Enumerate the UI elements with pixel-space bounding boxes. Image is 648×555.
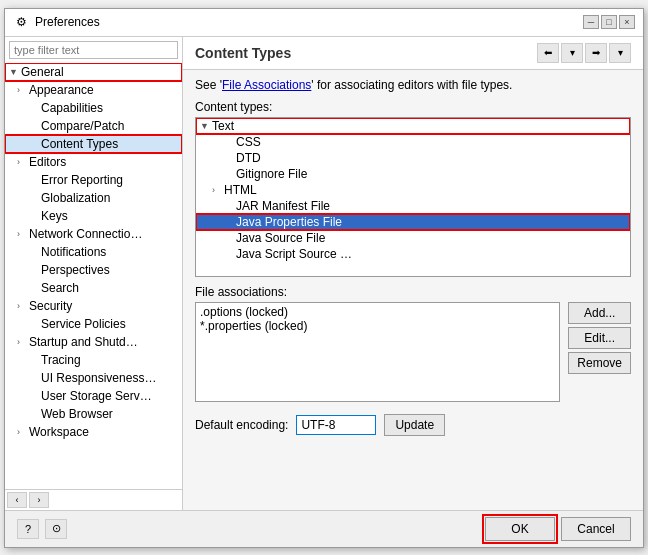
file-associations-label: File associations:	[195, 285, 631, 299]
sidebar-item-user-storage[interactable]: User Storage Serv…	[5, 387, 182, 405]
sidebar-item-globalization[interactable]: Globalization	[5, 189, 182, 207]
main-content: ▼ General › Appearance	[5, 37, 643, 510]
footer-right: OK Cancel	[485, 517, 631, 541]
ct-item-text[interactable]: ▼ Text	[196, 118, 630, 134]
panel-toolbar: ⬅ ▾ ➡ ▾	[537, 43, 631, 63]
titlebar-left: ⚙ Preferences	[13, 14, 100, 30]
sidebar-item-service-policies[interactable]: Service Policies	[5, 315, 182, 333]
toolbar-dropdown2[interactable]: ▾	[609, 43, 631, 63]
footer: ? ⊙ OK Cancel	[5, 510, 643, 547]
description-text: See 'File Associations' for associating …	[195, 78, 631, 92]
ct-item-javascript-source[interactable]: Java Script Source …	[196, 246, 630, 262]
sidebar-item-ui-responsiveness[interactable]: UI Responsiveness…	[5, 369, 182, 387]
file-assoc-row: .options (locked) *.properties (locked) …	[195, 302, 631, 402]
sidebar-item-network-connections[interactable]: › Network Connectio…	[5, 225, 182, 243]
sidebar-item-compare-patch[interactable]: Compare/Patch	[5, 117, 182, 135]
panel-header: Content Types ⬅ ▾ ➡ ▾	[183, 37, 643, 70]
file-assoc-item-options: .options (locked)	[200, 305, 555, 319]
update-button[interactable]: Update	[384, 414, 445, 436]
ct-item-gitignore[interactable]: Gitignore File	[196, 166, 630, 182]
content-types-box[interactable]: ▼ Text CSS DTD	[195, 117, 631, 277]
file-assoc-box[interactable]: .options (locked) *.properties (locked)	[195, 302, 560, 402]
sidebar: ▼ General › Appearance	[5, 37, 183, 510]
content-types-label: Content types:	[195, 100, 631, 114]
description-prefix: See '	[195, 78, 222, 92]
sidebar-item-web-browser[interactable]: Web Browser	[5, 405, 182, 423]
sidebar-item-general[interactable]: ▼ General	[5, 63, 182, 81]
encoding-input[interactable]	[296, 415, 376, 435]
ct-item-dtd[interactable]: DTD	[196, 150, 630, 166]
preferences-icon: ⚙	[13, 14, 29, 30]
tree-container: ▼ General › Appearance	[5, 63, 182, 489]
sidebar-item-workspace[interactable]: › Workspace	[5, 423, 182, 441]
footer-left: ? ⊙	[17, 519, 67, 539]
sidebar-forward-button[interactable]: ›	[29, 492, 49, 508]
sidebar-item-error-reporting[interactable]: Error Reporting	[5, 171, 182, 189]
close-button[interactable]: ×	[619, 15, 635, 29]
window-controls: ─ □ ×	[583, 15, 635, 29]
encoding-row: Default encoding: Update	[195, 414, 631, 436]
settings-button[interactable]: ⊙	[45, 519, 67, 539]
filter-input[interactable]	[9, 41, 178, 59]
ok-button[interactable]: OK	[485, 517, 555, 541]
minimize-button[interactable]: ─	[583, 15, 599, 29]
file-associations-link[interactable]: File Associations	[222, 78, 311, 92]
titlebar: ⚙ Preferences ─ □ ×	[5, 9, 643, 37]
toolbar-dropdown[interactable]: ▾	[561, 43, 583, 63]
sidebar-item-editors[interactable]: › Editors	[5, 153, 182, 171]
sidebar-item-keys[interactable]: Keys	[5, 207, 182, 225]
sidebar-item-tracing[interactable]: Tracing	[5, 351, 182, 369]
help-button[interactable]: ?	[17, 519, 39, 539]
edit-button[interactable]: Edit...	[568, 327, 631, 349]
ct-item-jar-manifest[interactable]: JAR Manifest File	[196, 198, 630, 214]
sidebar-item-capabilities[interactable]: Capabilities	[5, 99, 182, 117]
remove-button[interactable]: Remove	[568, 352, 631, 374]
right-panel: Content Types ⬅ ▾ ➡ ▾ See 'File Associat…	[183, 37, 643, 510]
sidebar-item-startup-shutdown[interactable]: › Startup and Shutd…	[5, 333, 182, 351]
description-suffix: ' for associating editors with file type…	[311, 78, 512, 92]
sidebar-item-perspectives[interactable]: Perspectives	[5, 261, 182, 279]
window-title: Preferences	[35, 15, 100, 29]
sidebar-item-search[interactable]: Search	[5, 279, 182, 297]
forward-button[interactable]: ➡	[585, 43, 607, 63]
preferences-window: ⚙ Preferences ─ □ × ▼ General	[4, 8, 644, 548]
file-assoc-buttons: Add... Edit... Remove	[568, 302, 631, 402]
panel-body: See 'File Associations' for associating …	[183, 70, 643, 510]
sidebar-item-content-types[interactable]: Content Types	[5, 135, 182, 153]
add-button[interactable]: Add...	[568, 302, 631, 324]
ct-item-html[interactable]: › HTML	[196, 182, 630, 198]
sidebar-item-notifications[interactable]: Notifications	[5, 243, 182, 261]
file-assoc-item-properties: *.properties (locked)	[200, 319, 555, 333]
back-button[interactable]: ⬅	[537, 43, 559, 63]
panel-title: Content Types	[195, 45, 291, 61]
file-associations-section: File associations: .options (locked) *.p…	[195, 285, 631, 402]
sidebar-back-button[interactable]: ‹	[7, 492, 27, 508]
content-types-section: Content types: ▼ Text CSS	[195, 100, 631, 277]
encoding-label: Default encoding:	[195, 418, 288, 432]
sidebar-bottom: ‹ ›	[5, 489, 182, 510]
sidebar-item-appearance[interactable]: › Appearance	[5, 81, 182, 99]
ct-item-css[interactable]: CSS	[196, 134, 630, 150]
sidebar-item-security[interactable]: › Security	[5, 297, 182, 315]
cancel-button[interactable]: Cancel	[561, 517, 631, 541]
ct-item-java-properties[interactable]: Java Properties File	[196, 214, 630, 230]
maximize-button[interactable]: □	[601, 15, 617, 29]
ct-item-java-source[interactable]: Java Source File	[196, 230, 630, 246]
